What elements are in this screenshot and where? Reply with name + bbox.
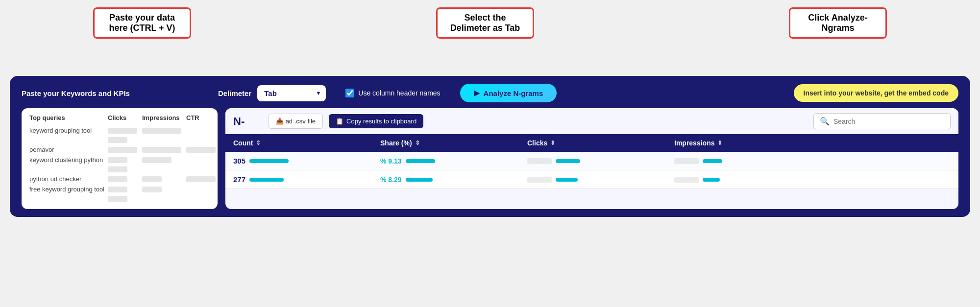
annotation-text-1: Paste your data here (CTRL + V) — [109, 13, 175, 33]
top-row: Paste your Keywords and KPIs Delimeter T… — [22, 84, 958, 102]
header-count[interactable]: Count ⇕ — [233, 139, 380, 147]
delimiter-select-wrapper[interactable]: Tab Comma Semicolon Space — [257, 85, 326, 101]
embed-button[interactable]: Insert into your website, get the embed … — [794, 84, 958, 102]
results-table: Count ⇕ Share (%) ⇕ Clicks ⇕ Impressions… — [225, 134, 958, 209]
clicks-blur — [527, 177, 552, 183]
clicks-bar — [556, 159, 580, 163]
share-bar — [406, 159, 435, 163]
sort-icon-impressions: ⇕ — [717, 140, 722, 146]
download-btn-label: ad .csv file — [286, 118, 316, 125]
keyword-row: keyword clustering python — [29, 155, 210, 165]
clicks-bar — [556, 178, 578, 182]
delimiter-section: Delimeter Tab Comma Semicolon Space — [218, 85, 326, 101]
copy-results-button[interactable]: 📋 Copy results to clipboard — [329, 114, 423, 128]
impressions-blur — [674, 158, 699, 164]
play-icon: ▶ — [474, 89, 480, 97]
main-panel: Paste your Keywords and KPIs Delimeter T… — [10, 76, 970, 217]
impressions-bar — [703, 159, 722, 163]
column-header-checkbox-wrapper[interactable]: Use column header names — [345, 89, 440, 97]
impressions-cell — [674, 177, 951, 183]
col-header-clicks: Clicks — [108, 114, 142, 121]
clicks-blur — [527, 158, 552, 164]
search-input[interactable] — [833, 118, 944, 125]
sort-icon-count: ⇕ — [256, 140, 261, 146]
search-icon: 🔍 — [820, 117, 830, 126]
content-row: Top queries Clicks Impressions CTR keywo… — [22, 108, 958, 209]
count-cell: 305 — [233, 157, 380, 165]
keyword-row: free keyword grouping tool — [29, 184, 210, 194]
col-header-ctr: CTR — [186, 114, 216, 121]
clicks-cell — [527, 177, 674, 183]
count-cell: 277 — [233, 175, 380, 184]
impressions-blur — [674, 177, 699, 183]
delimiter-select[interactable]: Tab Comma Semicolon Space — [257, 85, 326, 101]
keyword-table-header: Top queries Clicks Impressions CTR — [29, 114, 210, 121]
annotation-text-2: Select the Delimeter as Tab — [450, 13, 520, 33]
table-row: 277 % 8.29 — [225, 170, 958, 189]
header-share[interactable]: Share (%) ⇕ — [380, 139, 527, 147]
keyword-row — [29, 136, 210, 144]
analyze-button[interactable]: ▶ Analyze N-grams — [460, 84, 557, 102]
share-cell: % 8.29 — [380, 176, 527, 184]
results-toolbar: N- 📥 ad .csv file 📋 Copy results to clip… — [225, 108, 958, 134]
keyword-row: keyword grouping tool — [29, 125, 210, 136]
impressions-bar — [703, 178, 720, 182]
ngram-label: N- — [233, 115, 263, 128]
annotation-text-3: Click Analyze-Ngrams — [808, 13, 867, 33]
share-cell: % 9.13 — [380, 157, 527, 165]
download-csv-button[interactable]: 📥 ad .csv file — [269, 114, 323, 129]
table-row: 305 % 9.13 — [225, 152, 958, 170]
keyword-row: python url checker — [29, 174, 210, 184]
clicks-cell — [527, 158, 674, 164]
col-header-impressions: Impressions — [142, 114, 186, 121]
col-header-queries: Top queries — [29, 114, 108, 121]
keyword-row — [29, 194, 210, 203]
annotation-box-1: Paste your data here (CTRL + V) — [93, 7, 191, 39]
keyword-row — [29, 165, 210, 174]
table-header: Count ⇕ Share (%) ⇕ Clicks ⇕ Impressions… — [225, 134, 958, 152]
column-header-checkbox[interactable] — [345, 89, 354, 97]
delimiter-label: Delimeter — [218, 89, 251, 97]
annotation-box-2: Select the Delimeter as Tab — [436, 7, 534, 39]
analyze-btn-label: Analyze N-grams — [484, 89, 543, 97]
search-box[interactable]: 🔍 — [813, 113, 951, 129]
keyword-row: pemavor — [29, 144, 210, 155]
impressions-cell — [674, 158, 951, 164]
count-bar — [249, 178, 284, 182]
sort-icon-clicks: ⇕ — [550, 140, 555, 146]
keyword-panel: Top queries Clicks Impressions CTR keywo… — [22, 108, 218, 209]
header-clicks[interactable]: Clicks ⇕ — [527, 139, 674, 147]
download-icon: 📥 — [276, 118, 284, 125]
count-bar — [249, 159, 289, 163]
annotation-area: Paste your data here (CTRL + V) Select t… — [0, 0, 980, 76]
header-impressions[interactable]: Impressions ⇕ — [674, 139, 951, 147]
copy-btn-label: Copy results to clipboard — [346, 118, 416, 125]
results-panel: N- 📥 ad .csv file 📋 Copy results to clip… — [225, 108, 958, 209]
annotation-box-3: Click Analyze-Ngrams — [789, 7, 887, 39]
share-bar — [406, 178, 433, 182]
copy-icon: 📋 — [336, 118, 343, 125]
column-header-label: Use column header names — [358, 89, 440, 97]
embed-btn-label: Insert into your website, get the embed … — [804, 89, 949, 97]
keywords-label: Paste your Keywords and KPIs — [22, 89, 130, 97]
sort-icon-share: ⇕ — [415, 140, 420, 146]
